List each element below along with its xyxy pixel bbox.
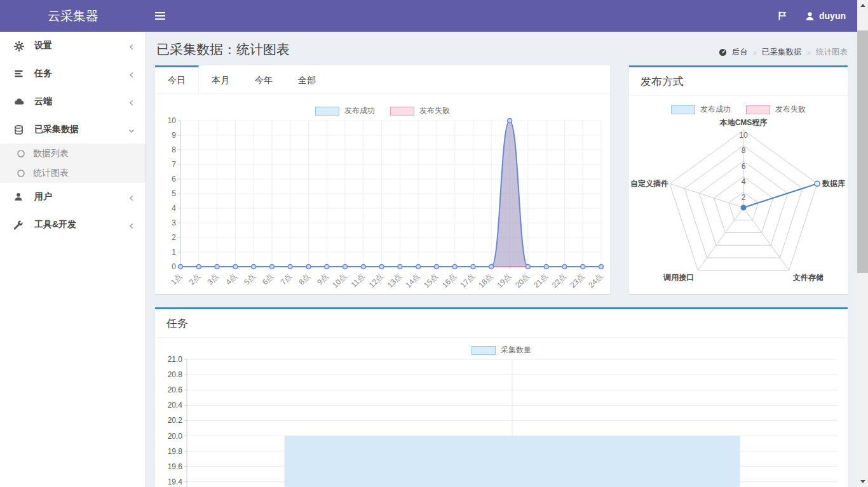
chevron-left-icon (128, 70, 135, 77)
legend-item[interactable]: 发布失败 (390, 105, 450, 116)
circle-o-icon (17, 149, 25, 158)
dashboard-icon (719, 48, 727, 57)
svg-text:21.0: 21.0 (168, 355, 183, 364)
svg-text:1点: 1点 (169, 272, 184, 286)
svg-text:16点: 16点 (440, 272, 458, 290)
navbar-right: duyun (777, 0, 846, 32)
svg-text:20点: 20点 (513, 272, 531, 290)
bar-chart-legend: 采集数量 (155, 345, 848, 356)
chevron-left-icon (128, 98, 135, 105)
tab-bar: 今日本月今年全部 (155, 65, 610, 94)
sidebar-item-cloud[interactable]: 云端 (0, 88, 146, 116)
legend-item[interactable]: 发布成功 (315, 105, 375, 116)
svg-text:3点: 3点 (206, 272, 220, 286)
legend-swatch (315, 107, 339, 116)
tasks-icon (14, 69, 28, 79)
line-chart: 0123456789101点2点3点4点5点6点7点8点9点10点11点12点1… (155, 115, 610, 294)
svg-text:9: 9 (172, 131, 176, 140)
tab-全部[interactable]: 全部 (285, 65, 329, 93)
main-content: 已采集数据：统计图表 后台>已采集数据>统计图表 今日本月今年全部 发布成功发布… (146, 32, 857, 487)
tab-今年[interactable]: 今年 (242, 65, 285, 93)
chevron-left-icon (128, 42, 135, 50)
svg-text:3: 3 (172, 218, 176, 227)
breadcrumb-item[interactable]: 已采集数据 (762, 47, 802, 58)
svg-text:8: 8 (172, 145, 176, 154)
user-icon (805, 11, 815, 21)
app-brand[interactable]: 云采集器 (0, 0, 146, 32)
line-chart-legend: 发布成功发布失败 (155, 105, 610, 116)
legend-label: 发布失败 (775, 104, 806, 115)
sidebar-item-settings[interactable]: 设置 (0, 32, 146, 60)
tab-本月[interactable]: 本月 (199, 65, 242, 93)
svg-text:22点: 22点 (550, 272, 568, 290)
legend-swatch (746, 105, 770, 114)
page-title: 已采集数据：统计图表 (156, 41, 290, 58)
breadcrumb-item[interactable]: 后台 (732, 47, 748, 58)
wrench-icon (14, 220, 28, 230)
sidebar-item-label: 已采集数据 (34, 124, 128, 135)
sidebar-toggle-icon[interactable] (155, 11, 165, 20)
panel-publish-method: 发布方式 发布成功发布失败 246810本地CMS程序数据库文件存储调用接口自定… (629, 65, 848, 294)
sidebar-item-label: 云端 (34, 96, 128, 107)
svg-text:20.4: 20.4 (168, 401, 183, 410)
legend-item[interactable]: 发布失败 (746, 104, 806, 115)
svg-text:4: 4 (742, 177, 746, 186)
svg-text:文件存储: 文件存储 (792, 273, 824, 282)
svg-text:本地CMS程序: 本地CMS程序 (719, 118, 768, 127)
svg-text:17点: 17点 (459, 272, 477, 290)
breadcrumb-separator: > (753, 49, 757, 57)
sidebar-subitem-stats-chart[interactable]: 统计图表 (0, 163, 146, 183)
svg-text:10: 10 (168, 116, 177, 125)
radar-panel-title: 发布方式 (629, 67, 848, 96)
user-menu[interactable]: duyun (805, 11, 846, 21)
user-name: duyun (819, 11, 846, 21)
chevron-left-icon (128, 193, 135, 201)
legend-item[interactable]: 发布成功 (671, 104, 731, 115)
svg-text:19点: 19点 (495, 272, 513, 290)
vertical-scrollbar[interactable] (857, 0, 868, 487)
bar-collect-count (285, 436, 740, 487)
flag-icon[interactable] (777, 11, 787, 21)
grid (178, 121, 601, 269)
svg-text:9点: 9点 (315, 272, 330, 286)
svg-text:24点: 24点 (587, 272, 604, 290)
sidebar-item-label: 任务 (34, 68, 128, 79)
chevron-left-icon (128, 221, 135, 229)
breadcrumb: 后台>已采集数据>统计图表 (719, 47, 848, 58)
svg-text:2: 2 (172, 233, 176, 242)
sidebar-subitem-data-list[interactable]: 数据列表 (0, 143, 146, 163)
panel-tasks: 任务 采集数量 21.020.820.620.420.220.019.819.6… (155, 307, 848, 487)
svg-text:1: 1 (172, 248, 176, 257)
svg-text:20.8: 20.8 (168, 370, 183, 379)
navbar: 云采集器 duyun (0, 0, 857, 32)
svg-text:2点: 2点 (187, 272, 202, 286)
svg-text:5: 5 (172, 189, 176, 198)
sidebar-item-label: 设置 (34, 40, 128, 51)
sidebar-item-tasks[interactable]: 任务 (0, 60, 146, 88)
svg-text:4点: 4点 (224, 272, 238, 286)
svg-text:20.6: 20.6 (168, 385, 183, 394)
svg-text:8: 8 (742, 146, 746, 155)
scroll-up-button[interactable] (857, 0, 868, 11)
svg-text:19.4: 19.4 (168, 477, 183, 486)
database-icon (14, 125, 28, 135)
cloud-icon (14, 97, 28, 107)
sidebar-item-tools-dev[interactable]: 工具&开发 (0, 211, 146, 239)
svg-text:5点: 5点 (242, 272, 257, 286)
scrollbar-thumb[interactable] (857, 30, 868, 273)
sidebar-item-label: 工具&开发 (34, 219, 128, 230)
svg-text:19.8: 19.8 (168, 447, 183, 456)
svg-text:20.0: 20.0 (168, 432, 183, 441)
svg-text:自定义插件: 自定义插件 (630, 179, 668, 188)
sidebar-item-collected-data[interactable]: 已采集数据 (0, 116, 146, 143)
legend-item[interactable]: 采集数量 (471, 345, 531, 356)
svg-text:15点: 15点 (422, 272, 440, 290)
tab-今日[interactable]: 今日 (155, 65, 199, 93)
legend-label: 采集数量 (501, 345, 531, 356)
svg-text:6: 6 (742, 162, 746, 171)
legend-label: 发布失败 (419, 105, 450, 116)
scroll-down-button[interactable] (857, 476, 868, 487)
svg-text:6: 6 (172, 175, 176, 183)
chevron-down-icon (128, 126, 135, 133)
sidebar-item-users[interactable]: 用户 (0, 183, 146, 211)
